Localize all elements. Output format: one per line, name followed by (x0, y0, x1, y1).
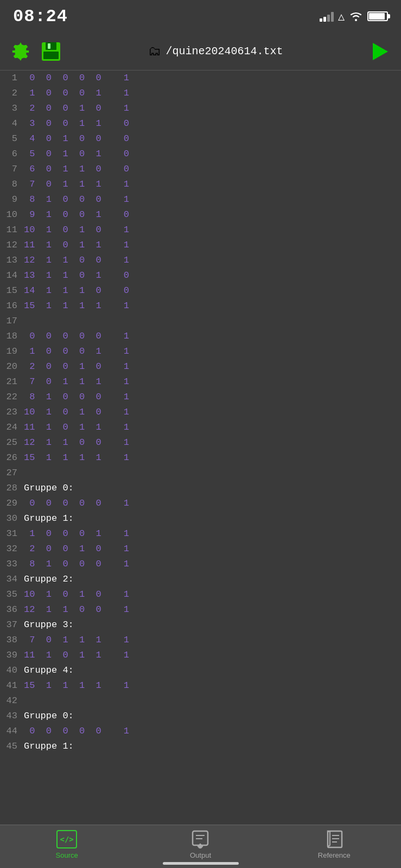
status-bar: 08:24 △︎ (0, 0, 401, 33)
tab-output[interactable]: Output (133, 829, 267, 859)
tab-source-icon-wrap: </> (55, 829, 79, 849)
code-text: 0 0 0 0 0 1 (24, 496, 401, 511)
table-row: 4 3 0 0 1 1 0 (0, 116, 401, 131)
save-button[interactable] (39, 40, 63, 63)
code-text: 15 1 1 1 1 1 (24, 678, 401, 693)
line-number: 26 (0, 450, 24, 465)
line-number: 22 (0, 390, 24, 405)
battery-icon (367, 11, 388, 21)
file-path: /quine20240614.txt (166, 45, 283, 58)
line-number: 45 (0, 739, 24, 754)
line-number: 21 (0, 374, 24, 390)
line-number: 44 (0, 724, 24, 739)
line-number: 1 (0, 71, 24, 86)
line-number: 31 (0, 526, 24, 541)
code-text: 5 0 1 0 1 0 (24, 146, 401, 162)
code-text: Gruppe 4: (24, 663, 401, 678)
table-row: 27 (0, 465, 401, 481)
output-icon (190, 830, 210, 848)
code-text: 1 0 0 0 1 1 (24, 86, 401, 101)
tab-source-label: Source (56, 851, 78, 859)
table-row: 44 0 0 0 0 0 1 (0, 724, 401, 739)
code-text: Gruppe 1: (24, 739, 401, 754)
table-row: 6 5 0 1 0 1 0 (0, 146, 401, 162)
code-text: Gruppe 2: (24, 572, 401, 587)
code-text: 2 0 0 1 0 1 (24, 541, 401, 557)
line-number: 20 (0, 359, 24, 374)
file-path-container: 🗂 /quine20240614.txt (69, 43, 362, 59)
run-button[interactable] (368, 40, 392, 63)
status-icons: △︎ (320, 10, 388, 23)
line-number: 43 (0, 709, 24, 724)
table-row: 22 8 1 0 0 0 1 (0, 390, 401, 405)
line-number: 7 (0, 162, 24, 177)
tab-reference-icon-wrap (322, 829, 346, 849)
line-number: 27 (0, 465, 24, 481)
table-row: 1413 1 1 0 1 0 (0, 268, 401, 283)
svg-point-0 (355, 19, 357, 21)
line-number: 29 (0, 496, 24, 511)
line-number: 5 (0, 131, 24, 146)
table-row: 1211 1 0 1 1 1 (0, 238, 401, 253)
line-number: 3 (0, 101, 24, 116)
table-row: 19 1 0 0 0 1 1 (0, 344, 401, 359)
svg-rect-4 (43, 52, 59, 59)
code-text: 12 1 1 0 0 1 (24, 435, 401, 450)
home-indicator (163, 862, 239, 865)
source-code-icon: </> (56, 830, 77, 848)
table-row: 28Gruppe 0: (0, 481, 401, 496)
table-row: 2512 1 1 0 0 1 (0, 435, 401, 450)
line-number: 39 (0, 648, 24, 663)
table-row: 42 (0, 693, 401, 709)
play-icon (373, 43, 388, 60)
tab-output-label: Output (190, 851, 211, 859)
line-number: 16 (0, 298, 24, 314)
table-row: 20 2 0 0 1 0 1 (0, 359, 401, 374)
code-text: 1 0 0 0 1 1 (24, 526, 401, 541)
table-row: 5 4 0 1 0 0 0 (0, 131, 401, 146)
table-row: 3 2 0 0 1 0 1 (0, 101, 401, 116)
table-row: 31 1 0 0 0 1 1 (0, 526, 401, 541)
toolbar: 🗂 /quine20240614.txt (0, 33, 401, 71)
code-text: 12 1 1 0 0 1 (24, 253, 401, 268)
code-text: 0 0 0 0 0 1 (24, 329, 401, 344)
table-row: 3510 1 0 1 0 1 (0, 587, 401, 602)
table-row: 10 9 1 0 0 1 0 (0, 207, 401, 222)
table-row: 37Gruppe 3: (0, 617, 401, 633)
svg-rect-3 (48, 43, 50, 49)
code-area[interactable]: 1 0 0 0 0 0 12 1 0 0 0 1 13 2 0 0 1 0 14… (0, 71, 401, 825)
tab-bar: </> Source Output (0, 825, 401, 868)
code-text: 11 1 0 1 1 1 (24, 420, 401, 435)
table-row: 3911 1 0 1 1 1 (0, 648, 401, 663)
signal-icon (320, 11, 334, 22)
code-lines: 1 0 0 0 0 0 12 1 0 0 0 1 13 2 0 0 1 0 14… (0, 71, 401, 754)
tab-source[interactable]: </> Source (0, 829, 133, 859)
code-text: 14 1 1 1 0 0 (24, 283, 401, 298)
code-text: 15 1 1 1 1 1 (24, 450, 401, 465)
tab-reference[interactable]: Reference (268, 829, 401, 859)
table-row: 43Gruppe 0: (0, 709, 401, 724)
table-row: 2411 1 0 1 1 1 (0, 420, 401, 435)
line-number: 28 (0, 481, 24, 496)
code-text: 3 0 0 1 1 0 (24, 116, 401, 131)
line-number: 33 (0, 557, 24, 572)
line-number: 12 (0, 238, 24, 253)
code-text: 11 1 0 1 1 1 (24, 238, 401, 253)
line-number: 14 (0, 268, 24, 283)
wifi-icon-svg (349, 11, 363, 22)
line-number: 10 (0, 207, 24, 222)
line-number: 8 (0, 177, 24, 192)
line-number: 32 (0, 541, 24, 557)
line-number: 6 (0, 146, 24, 162)
save-icon (40, 41, 62, 62)
table-row: 34Gruppe 2: (0, 572, 401, 587)
line-number: 4 (0, 116, 24, 131)
table-row: 33 8 1 0 0 0 1 (0, 557, 401, 572)
table-row: 7 6 0 1 1 0 0 (0, 162, 401, 177)
code-text: 10 1 0 1 0 1 (24, 222, 401, 238)
table-row: 1110 1 0 1 0 1 (0, 222, 401, 238)
wifi-icon: △︎ (338, 10, 345, 23)
table-row: 21 7 0 1 1 1 1 (0, 374, 401, 390)
line-number: 34 (0, 572, 24, 587)
settings-button[interactable] (9, 40, 33, 63)
